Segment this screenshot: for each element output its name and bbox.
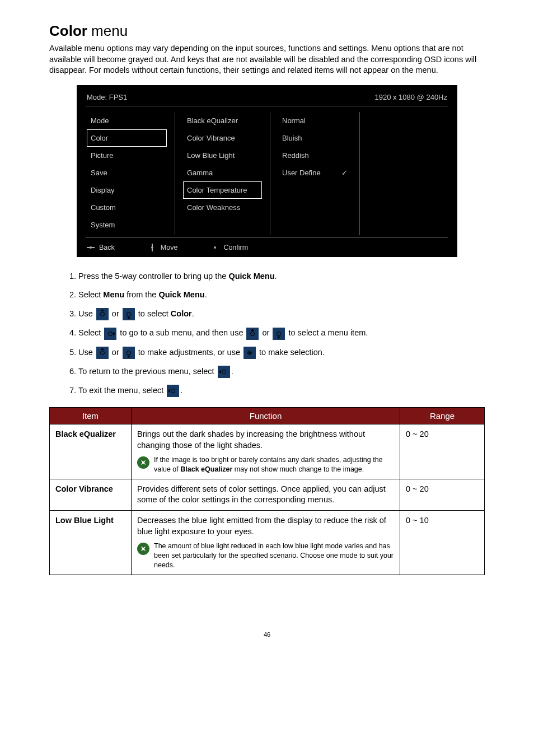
osd-item: Low Blue Light: [183, 147, 262, 164]
page-number: 46: [49, 631, 485, 638]
joystick-horizontal-icon: [87, 244, 95, 251]
controller-up-icon: [96, 308, 109, 320]
osd-screenshot: Mode: FPS1 1920 x 1080 @ 240Hz Mode Colo…: [77, 85, 457, 257]
controller-left-icon: [167, 385, 179, 397]
step-7: To exit the menu, select .: [78, 385, 485, 397]
osd-item: Color Weakness: [183, 199, 262, 216]
osd-resolution: 1920 x 1080 @ 240Hz: [374, 93, 447, 101]
osd-item: Reddish: [278, 147, 352, 164]
osd-foot-move: Move: [161, 244, 178, 251]
osd-item: System: [87, 216, 167, 234]
step-2: Select Menu from the Quick Menu.: [78, 289, 485, 301]
page-title: Color menu: [49, 22, 485, 40]
row-function: Provides different sets of color setting…: [132, 479, 400, 510]
controller-center-icon: [243, 347, 256, 359]
osd-footer: Back Move Confirm: [86, 238, 448, 251]
osd-item: Bluish: [278, 129, 352, 147]
osd-foot-back: Back: [99, 244, 115, 251]
controller-down-icon: [123, 347, 135, 359]
joystick-vertical-icon: [148, 244, 156, 251]
row-range: 0 ~ 10: [400, 511, 485, 575]
step-1: Press the 5-way controller to bring up t…: [78, 270, 485, 283]
osd-item: Normal: [278, 112, 352, 129]
note-icon: [137, 456, 149, 469]
osd-item-selected: Color: [87, 129, 167, 147]
osd-column-options: Normal Bluish Reddish User Define✓: [270, 112, 360, 235]
row-name: Color Vibrance: [50, 479, 132, 510]
osd-item-checked: User Define✓: [278, 164, 352, 181]
table-row: Low Blue Light Decreases the blue light …: [50, 511, 485, 575]
osd-item: Mode: [87, 112, 167, 129]
osd-column-main: Mode Color Picture Save Display Custom S…: [86, 112, 175, 235]
row-range: 0 ~ 20: [400, 479, 485, 510]
osd-item-selected: Color Temperature: [183, 181, 262, 199]
note-icon: [137, 543, 149, 555]
controller-left-icon: [218, 366, 230, 378]
osd-column-sub: Black eQualizer Color Vibrance Low Blue …: [175, 112, 270, 235]
th-range: Range: [400, 408, 485, 424]
check-icon: ✓: [341, 169, 348, 177]
row-name: Low Blue Light: [50, 511, 132, 575]
joystick-press-icon: [211, 244, 219, 251]
osd-item: Picture: [87, 147, 167, 164]
osd-mode-label: Mode: FPS1: [87, 93, 127, 101]
osd-item: Black eQualizer: [183, 112, 262, 129]
th-function: Function: [132, 408, 400, 424]
row-function: Decreases the blue light emitted from th…: [132, 511, 400, 575]
table-row: Color Vibrance Provides different sets o…: [50, 479, 485, 510]
table-row: Black eQualizer Brings out the dark shad…: [50, 424, 485, 479]
row-name: Black eQualizer: [50, 424, 132, 479]
settings-table: Item Function Range Black eQualizer Brin…: [49, 407, 485, 575]
osd-item: Color Vibrance: [183, 129, 262, 147]
step-3: Use or to select Color.: [78, 308, 485, 320]
controller-up-icon: [96, 347, 109, 359]
osd-item: Save: [87, 164, 167, 181]
instruction-list: Press the 5-way controller to bring up t…: [66, 270, 485, 397]
osd-foot-confirm: Confirm: [223, 244, 248, 251]
note-text: If the image is too bright or barely con…: [154, 455, 394, 474]
osd-column-empty: [360, 112, 448, 235]
controller-down-icon: [273, 328, 285, 340]
step-6: To return to the previous menu, select .: [78, 366, 485, 378]
osd-item: Custom: [87, 199, 167, 216]
osd-item: Display: [87, 181, 167, 199]
intro-paragraph: Available menu options may vary dependin…: [49, 43, 485, 76]
step-4: Select to go to a sub menu, and then use…: [78, 327, 485, 339]
note-text: The amount of blue light reduced in each…: [154, 542, 394, 570]
row-range: 0 ~ 20: [400, 424, 485, 479]
th-item: Item: [50, 408, 132, 424]
controller-up-icon: [246, 328, 259, 340]
controller-right-icon: [104, 328, 116, 340]
osd-item: Gamma: [183, 164, 262, 181]
row-function: Brings out the dark shades by increasing…: [132, 424, 400, 479]
controller-down-icon: [123, 308, 135, 320]
step-5: Use or to make adjustments, or use to ma…: [78, 347, 485, 359]
